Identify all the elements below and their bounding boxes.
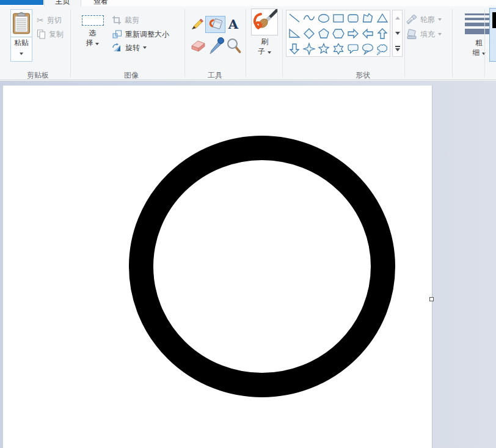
rotate-button[interactable]: 旋转 [112,42,147,53]
shape-line-button[interactable] [287,10,302,26]
tab-home-label: 主页 [45,0,81,6]
triangle-icon [376,12,389,25]
cut-button[interactable]: ✂ 剪切 [37,15,62,26]
shape-arrow-down-button[interactable] [287,41,302,56]
shape-callout-cloud-button[interactable] [375,41,390,56]
fill-button[interactable]: 填充 [406,29,442,40]
text-tool-icon: A [228,18,238,31]
copy-icon [37,29,46,39]
ribbon: 粘贴 ✂ 剪切 复制 剪贴板 选 择 裁剪 [0,6,496,80]
brush-icon [251,9,278,35]
right-triangle-icon [288,27,301,40]
callout-rounded-rectangle-icon [346,42,360,56]
tools-group-label: 工具 [184,70,246,81]
shapes-more-button[interactable] [393,41,402,56]
fill-dropdown-caret [438,33,442,35]
shape-arrow-left-button[interactable] [360,26,375,41]
shape-arrow-right-button[interactable] [346,26,360,41]
shape-rounded-rectangle-button[interactable] [346,10,360,26]
file-menu-button[interactable] [0,0,43,5]
paint-app-window: 主页 查看 粘贴 ✂ 剪切 [0,0,496,448]
fill-bucket-icon [208,17,224,32]
crop-icon [112,15,122,25]
shape-pentagon-button[interactable] [316,26,331,41]
color-picker-tool-button[interactable] [207,35,225,57]
callout-cloud-icon [376,42,389,56]
paste-dropdown-caret [20,53,23,55]
fill-tool-button[interactable] [205,16,225,33]
outline-button[interactable]: 轮廓 [406,14,442,25]
color1-swatch [492,12,496,28]
color1-button[interactable] [489,8,496,62]
text-tool-button[interactable]: A [227,17,240,32]
arrow-right-icon [346,27,360,40]
star-5-icon [317,42,330,56]
tab-home[interactable]: 主页 [44,0,81,6]
diamond-icon [302,27,316,40]
select-button[interactable]: 选 择 [79,9,106,63]
arrow-left-icon [361,27,374,40]
group-separator [452,9,453,77]
group-separator [282,9,283,77]
copy-button[interactable]: 复制 [37,29,64,40]
shapes-scroll-up-button[interactable] [393,10,402,26]
rotate-dropdown-caret [143,46,147,49]
eraser-tool-button[interactable] [189,38,206,54]
shape-arrow-up-button[interactable] [375,26,390,41]
shape-triangle-button[interactable] [375,10,390,26]
pencil-icon [190,17,205,31]
clipboard-icon [12,12,31,35]
rotate-label: 旋转 [125,43,140,53]
outline-label: 轮廓 [420,15,435,25]
crop-button[interactable]: 裁剪 [112,15,139,26]
paste-button-icon-area[interactable] [11,10,32,37]
shape-polygon-button[interactable] [360,10,375,26]
shapes-scroll-down-button[interactable] [393,26,402,41]
eraser-icon [190,39,206,53]
canvas-resize-handle-right[interactable] [429,297,434,301]
curve-icon [302,12,316,25]
shape-right-triangle-button[interactable] [287,26,302,41]
brushes-label-line1: 刷 [249,37,280,46]
resize-button[interactable]: 重新调整大小 [112,29,169,40]
fill-style-icon [406,29,417,40]
pencil-tool-button[interactable] [189,16,205,32]
magnifier-tool-button[interactable] [225,37,241,55]
paste-button-label-area[interactable]: 粘贴 [11,38,32,57]
scroll-down-icon [395,32,400,35]
copy-label: 复制 [49,29,64,40]
drawing-canvas[interactable] [3,86,432,448]
pentagon-icon [317,27,330,40]
ellipse-icon [317,12,330,25]
shape-curve-button[interactable] [302,10,316,26]
brushes-dropdown-caret [268,51,271,54]
select-dropdown-caret [95,43,99,45]
paste-label: 粘贴 [11,38,32,48]
more-caret-icon [395,48,400,51]
shape-diamond-button[interactable] [302,26,316,41]
paste-button[interactable]: 粘贴 [10,9,32,62]
scroll-up-icon [395,17,400,20]
tab-bar: 主页 查看 [0,0,496,6]
rounded-rectangle-icon [346,12,360,25]
shape-callout-rounded-rectangle-button[interactable] [346,41,360,56]
shape-rectangle-button[interactable] [331,10,346,26]
resize-label: 重新调整大小 [125,29,169,40]
polygon-icon [361,12,374,25]
shape-hexagon-button[interactable] [331,26,346,41]
group-separator [246,9,246,77]
shape-star-4-button[interactable] [302,41,316,56]
brushes-button[interactable]: 刷 子 [249,7,280,66]
shape-star-6-button[interactable] [331,41,346,56]
clipboard-group-label: 剪贴板 [7,70,68,81]
shape-star-5-button[interactable] [316,41,331,56]
star-4-icon [302,42,316,56]
fill-label: 填充 [420,29,435,40]
shape-ellipse-button[interactable] [316,10,331,26]
shape-callout-oval-button[interactable] [360,41,375,56]
tab-view-label: 查看 [82,0,120,6]
hexagon-icon [332,27,345,40]
outline-dropdown-caret [438,18,442,21]
tab-view[interactable]: 查看 [82,0,120,6]
star-6-icon [332,42,345,56]
